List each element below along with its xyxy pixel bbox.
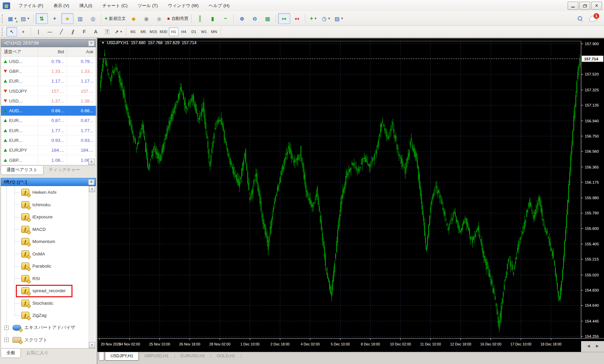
timeframe-m1[interactable]: M1 — [128, 27, 138, 36]
restore-button[interactable] — [579, 2, 590, 10]
trendline-tool[interactable]: ╱ — [56, 27, 67, 36]
zoom-in-button[interactable]: ⊕ — [236, 13, 248, 24]
chart-shift-button[interactable]: ↤ — [291, 13, 303, 24]
chart-bars-button[interactable]: ║ — [194, 13, 206, 24]
market-watch-row[interactable]: EUR...0.87...0.87... — [1, 116, 96, 126]
minimize-button[interactable] — [568, 2, 578, 10]
dropdown-arrow-icon[interactable]: ▼ — [27, 17, 30, 20]
navigator-item-macd[interactable]: fMACD — [1, 223, 96, 236]
navigator-item-iexposure[interactable]: fiExposure — [1, 211, 96, 223]
market-watch-row[interactable]: GBP...1.06...1.06... — [1, 155, 96, 165]
market-watch-scroll-down[interactable]: ∨ — [88, 159, 95, 165]
navigator-item-parabolic[interactable]: fParabolic — [1, 260, 96, 272]
text-label-tool[interactable]: T — [102, 27, 113, 36]
timeframe-h1[interactable]: H1 — [169, 27, 178, 36]
navigator-item-heiken-ashi[interactable]: fHeiken Ashi — [1, 186, 96, 199]
menu-insert[interactable]: 挿入(I) — [74, 0, 97, 11]
text-tool[interactable]: A — [90, 27, 101, 36]
timeframe-h4[interactable]: H4 — [179, 27, 188, 36]
broadcast-button[interactable]: ◉ — [153, 13, 165, 24]
market-watch-close-icon[interactable]: × — [88, 40, 94, 46]
terminal-toggle-button[interactable]: ▥ — [74, 13, 86, 24]
strategy-tester-button[interactable]: ◎ — [87, 13, 99, 24]
new-order-button[interactable]: +新規注文 — [103, 13, 127, 24]
cursor-tool[interactable]: ↖ — [6, 27, 17, 36]
menu-tools[interactable]: ツール (T) — [132, 0, 163, 11]
navigator-item-rsi[interactable]: fRSI — [1, 272, 96, 285]
timeframe-w1[interactable]: W1 — [199, 27, 209, 36]
chart-tab-eurusd[interactable]: EURUSD,H1 — [175, 352, 210, 360]
expand-plus-icon[interactable]: + — [4, 338, 9, 342]
candlestick-chart[interactable]: 157.900157.520157.325157.135156.940156.7… — [97, 38, 604, 352]
market-watch-row[interactable]: EUR...1.77...1.77... — [1, 126, 96, 135]
metaeditor-button[interactable]: ◆ — [127, 13, 140, 24]
auto-scroll-button[interactable]: ↦ — [278, 13, 290, 24]
menu-chart[interactable]: チャート (C) — [97, 0, 133, 11]
chart-candles-button[interactable]: ▮ — [207, 13, 219, 24]
profiles-button[interactable]: ▤▼ — [19, 13, 31, 24]
market-watch-row[interactable]: EURJPY184....184.... — [1, 146, 96, 155]
auto-trading-button[interactable]: ●自動売買 — [166, 13, 189, 24]
new-chart-button[interactable]: ▦+▼ — [6, 13, 19, 24]
fibonacci-tool[interactable]: F — [79, 27, 90, 36]
arrows-tool[interactable]: ⇗▼ — [113, 27, 124, 36]
chart-tab-gbpusd[interactable]: GBPUSD,H1 — [139, 352, 174, 360]
community-button[interactable]: ◉ — [140, 13, 152, 24]
timeframe-m5[interactable]: M5 — [139, 27, 148, 36]
horizontal-line-tool[interactable]: — — [44, 27, 55, 36]
dropdown-arrow-icon[interactable]: ▼ — [328, 17, 331, 20]
notifications-icon[interactable]: 1 — [590, 16, 597, 22]
scroll-down-icon[interactable]: ∨ — [89, 342, 95, 348]
dropdown-arrow-icon[interactable]: ▼ — [120, 30, 123, 33]
market-watch-row[interactable]: AUD...0.66...0.66... — [1, 106, 96, 116]
chart-tab-usdjpy[interactable]: USDJPY,H1 — [105, 352, 139, 361]
crosshair-tool[interactable]: + — [18, 27, 29, 36]
search-icon[interactable] — [577, 16, 583, 21]
tab-tick-chart[interactable]: ティックチャー — [43, 166, 86, 175]
navigator-scrollbar[interactable]: ∧∨ — [89, 186, 95, 348]
timeframe-m30[interactable]: M30 — [159, 27, 168, 36]
navigator-close-icon[interactable]: × — [88, 179, 94, 185]
expand-plus-icon[interactable]: + — [4, 326, 9, 330]
navigator-item-stochastic[interactable]: fStochastic — [1, 297, 96, 309]
navigator-item-zigzag[interactable]: fZigZag — [1, 309, 96, 322]
market-watch-row[interactable]: EUR...1.17...1.17... — [1, 77, 96, 86]
tab-symbol-list[interactable]: 通貨ペアリスト — [1, 166, 43, 175]
navigator-item-momentum[interactable]: fMomentum — [1, 235, 96, 248]
timeframe-m15[interactable]: M15 — [149, 27, 158, 36]
menu-window[interactable]: ウィンドウ (W) — [163, 0, 204, 11]
tile-windows-button[interactable]: ▦ — [262, 13, 274, 24]
chart-window[interactable]: ▼ USDJPY,H1 157.680 157.768 157.629 157.… — [97, 38, 604, 364]
tab-favorites[interactable]: お気に入り — [21, 349, 54, 358]
market-watch-row[interactable]: USD...0.79...0.79... — [1, 57, 96, 66]
chart-line-button[interactable]: ~ — [219, 13, 232, 24]
market-watch-toggle-button[interactable]: ⇅ — [36, 13, 48, 24]
menu-file[interactable]: ファイル (F) — [13, 0, 48, 11]
zoom-out-button[interactable]: ⊖ — [249, 13, 261, 24]
timeframe-d1[interactable]: D1 — [189, 27, 199, 36]
tab-common[interactable]: 全般 — [1, 349, 21, 358]
scroll-up-icon[interactable]: ∧ — [89, 186, 95, 192]
equidistant-channel-tool[interactable]: ∥ — [67, 27, 78, 36]
navigator-item-spread_recorder[interactable]: fspread_recorder — [1, 284, 96, 297]
vertical-line-tool[interactable]: | — [33, 27, 44, 36]
close-button[interactable]: × — [591, 2, 602, 10]
dropdown-arrow-icon[interactable]: ▼ — [341, 17, 344, 20]
templates-button[interactable]: ▨▼ — [333, 13, 345, 24]
navigator-item-osma[interactable]: fOsMA — [1, 248, 96, 260]
navigator-item-ichimoku[interactable]: fIchimoku — [1, 199, 96, 211]
timeframe-mn[interactable]: MN — [209, 27, 219, 36]
chevron-down-icon[interactable]: ▼ — [101, 41, 104, 44]
dropdown-arrow-icon[interactable]: ▼ — [314, 17, 317, 20]
menu-view[interactable]: 表示 (V) — [48, 0, 74, 11]
periods-button[interactable]: ◷▼ — [320, 13, 332, 24]
chart-tab-gold[interactable]: GOLD,H1 — [211, 352, 241, 360]
market-watch-row[interactable]: USD...1.37...1.38... — [1, 96, 96, 106]
navigator-group-scripts[interactable]: +スクリプト — [1, 334, 96, 346]
menu-help[interactable]: ヘルプ (H) — [204, 0, 235, 11]
data-window-button[interactable]: + — [49, 13, 61, 24]
market-watch-row[interactable]: GBP...1.33...1.33... — [1, 66, 96, 76]
market-watch-row[interactable]: USDJPY157....157.... — [1, 86, 96, 96]
navigator-group-experts[interactable]: +エキスパートアドバイザ — [1, 322, 96, 334]
navigator-toggle-button[interactable]: ★ — [61, 13, 73, 24]
